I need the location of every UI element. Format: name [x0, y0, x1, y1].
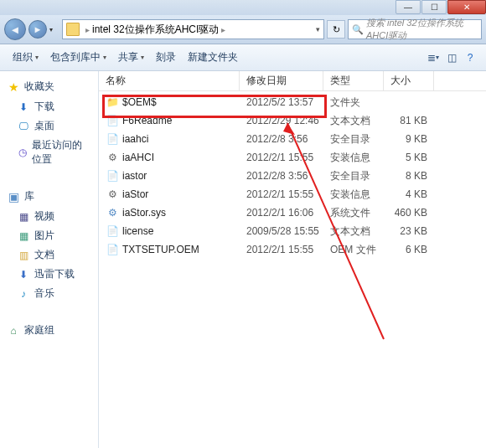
- include-in-library-menu[interactable]: 包含到库中▾: [44, 48, 112, 67]
- file-size: 23 KB: [384, 225, 434, 237]
- file-date: 2012/2/1 16:06: [240, 207, 323, 219]
- refresh-button[interactable]: ↻: [327, 20, 345, 39]
- file-type: OEM 文件: [323, 243, 384, 257]
- file-type-icon: 📁: [106, 95, 119, 109]
- breadcrumb-separator: ▸: [221, 25, 225, 34]
- column-date[interactable]: 修改日期: [240, 71, 323, 90]
- table-row[interactable]: 📄TXTSETUP.OEM2012/2/1 15:55OEM 文件6 KB: [99, 240, 486, 259]
- table-row[interactable]: 📄iaahci2012/2/8 3:56安全目录9 KB: [99, 130, 486, 148]
- file-size: 8 KB: [384, 170, 434, 182]
- sidebar-item-video[interactable]: ▦视频: [0, 207, 98, 226]
- file-type-icon: ⚙: [106, 188, 119, 201]
- table-row[interactable]: 📄license2009/5/28 15:55文本文档23 KB: [99, 222, 486, 240]
- back-button[interactable]: ◄: [4, 18, 26, 40]
- column-type[interactable]: 类型: [323, 71, 384, 90]
- sidebar-item-desktop[interactable]: 🖵桌面: [0, 116, 98, 136]
- file-type: 安全目录: [323, 132, 384, 147]
- sidebar-item-recent[interactable]: ◷最近访问的位置: [0, 136, 98, 169]
- navigation-pane: ★ 收藏夹 ⬇下载 🖵桌面 ◷最近访问的位置 ▣ 库 ▦视频 ▦图片 ▥文档 ⬇…: [0, 71, 99, 448]
- file-type: 文本文档: [323, 114, 384, 128]
- table-row[interactable]: ⚙iaAHCI2012/2/1 15:55安装信息5 KB: [99, 148, 486, 167]
- documents-icon: ▥: [17, 249, 30, 262]
- rows-container: 📁$OEM$2012/5/2 13:57文件夹📄F6Readme2012/2/2…: [99, 91, 486, 259]
- table-row[interactable]: 📁$OEM$2012/5/2 13:57文件夹: [99, 93, 486, 111]
- file-type: 文件夹: [323, 95, 384, 110]
- file-type: 安全目录: [323, 169, 384, 183]
- favorites-group[interactable]: ★ 收藏夹: [0, 76, 98, 97]
- main-area: ★ 收藏夹 ⬇下载 🖵桌面 ◷最近访问的位置 ▣ 库 ▦视频 ▦图片 ▥文档 ⬇…: [0, 71, 486, 448]
- address-box[interactable]: ▸ intel 32位操作系统AHCI驱动 ▸ ▾: [62, 19, 324, 39]
- file-type-icon: 📄: [106, 132, 119, 146]
- search-placeholder: 搜索 intel 32位操作系统AHCI驱动: [366, 17, 478, 42]
- address-bar: ◄ ► ▾ ▸ intel 32位操作系统AHCI驱动 ▸ ▾ ↻ 🔍 搜索 i…: [0, 15, 486, 44]
- column-size[interactable]: 大小: [384, 71, 434, 90]
- file-type: 系统文件: [323, 206, 384, 220]
- breadcrumb-path[interactable]: intel 32位操作系统AHCI驱动: [92, 23, 219, 37]
- recent-icon: ◷: [17, 146, 28, 159]
- help-button[interactable]: ?: [461, 49, 479, 67]
- table-row[interactable]: 📄F6Readme2012/2/29 12:46文本文档81 KB: [99, 111, 486, 130]
- download-icon: ⬇: [17, 100, 30, 114]
- file-list: 名称 修改日期 类型 大小 📁$OEM$2012/5/2 13:57文件夹📄F6…: [99, 71, 486, 448]
- music-icon: ♪: [17, 287, 30, 301]
- burn-button[interactable]: 刻录: [150, 48, 182, 67]
- file-date: 2012/2/1 15:55: [240, 244, 323, 255]
- file-name: $OEM$: [122, 96, 157, 108]
- file-date: 2012/2/8 3:56: [240, 170, 323, 182]
- new-folder-button[interactable]: 新建文件夹: [182, 48, 244, 67]
- search-input[interactable]: 🔍 搜索 intel 32位操作系统AHCI驱动: [348, 19, 482, 39]
- search-icon: 🔍: [352, 24, 364, 35]
- maximize-button[interactable]: ☐: [421, 0, 447, 14]
- star-icon: ★: [7, 80, 20, 94]
- share-menu[interactable]: 共享▾: [112, 48, 150, 67]
- sidebar-item-documents[interactable]: ▥文档: [0, 245, 98, 265]
- column-name[interactable]: 名称: [99, 71, 240, 90]
- organize-menu[interactable]: 组织▾: [7, 48, 44, 67]
- homegroup-group[interactable]: ⌂ 家庭组: [0, 320, 98, 341]
- sidebar-item-pictures[interactable]: ▦图片: [0, 226, 98, 245]
- file-size: 81 KB: [384, 115, 434, 126]
- file-date: 2012/2/1 15:55: [240, 152, 323, 163]
- file-name: iaStor.sys: [122, 207, 166, 219]
- file-type-icon: ⚙: [106, 151, 119, 164]
- file-size: 4 KB: [384, 188, 434, 200]
- library-icon: ▣: [7, 190, 20, 203]
- file-name: iastor: [122, 170, 147, 182]
- address-dropdown-icon[interactable]: ▾: [316, 25, 320, 33]
- preview-pane-button[interactable]: ◫: [442, 49, 461, 67]
- file-name: iaahci: [122, 133, 148, 145]
- table-row[interactable]: ⚙iaStor.sys2012/2/1 16:06系统文件460 KB: [99, 203, 486, 222]
- file-name: iaStor: [122, 188, 148, 200]
- file-type-icon: 📄: [106, 114, 119, 127]
- file-type-icon: 📄: [106, 169, 119, 183]
- sidebar-item-thunder[interactable]: ⬇迅雷下载: [0, 265, 98, 284]
- toolbar: 组织▾ 包含到库中▾ 共享▾ 刻录 新建文件夹 ≣ ▾ ◫ ?: [0, 44, 486, 71]
- homegroup-icon: ⌂: [7, 324, 20, 337]
- file-type-icon: 📄: [106, 224, 119, 238]
- folder-icon: [66, 23, 80, 36]
- nav-history-dropdown[interactable]: ▾: [49, 26, 59, 33]
- file-type: 安装信息: [323, 188, 384, 202]
- column-headers: 名称 修改日期 类型 大小: [99, 71, 486, 91]
- file-date: 2012/2/8 3:56: [240, 133, 323, 145]
- file-size: 460 KB: [384, 207, 434, 219]
- file-name: license: [122, 225, 153, 237]
- file-size: 9 KB: [384, 133, 434, 145]
- sidebar-item-downloads[interactable]: ⬇下载: [0, 97, 98, 116]
- library-group[interactable]: ▣ 库: [0, 186, 98, 207]
- table-row[interactable]: 📄iastor2012/2/8 3:56安全目录8 KB: [99, 167, 486, 185]
- desktop-icon: 🖵: [17, 120, 30, 133]
- video-icon: ▦: [17, 210, 30, 224]
- file-date: 2012/2/29 12:46: [240, 115, 323, 126]
- forward-button[interactable]: ►: [28, 20, 47, 39]
- table-row[interactable]: ⚙iaStor2012/2/1 15:55安装信息4 KB: [99, 185, 486, 203]
- view-options-button[interactable]: ≣ ▾: [424, 49, 442, 67]
- file-size: 6 KB: [384, 244, 434, 255]
- pictures-icon: ▦: [17, 229, 30, 243]
- close-button[interactable]: ✕: [447, 0, 486, 14]
- window-controls: — ☐ ✕: [396, 0, 486, 14]
- breadcrumb-separator: ▸: [85, 25, 90, 34]
- sidebar-item-music[interactable]: ♪音乐: [0, 284, 98, 303]
- file-name: TXTSETUP.OEM: [122, 244, 199, 255]
- minimize-button[interactable]: —: [396, 0, 421, 14]
